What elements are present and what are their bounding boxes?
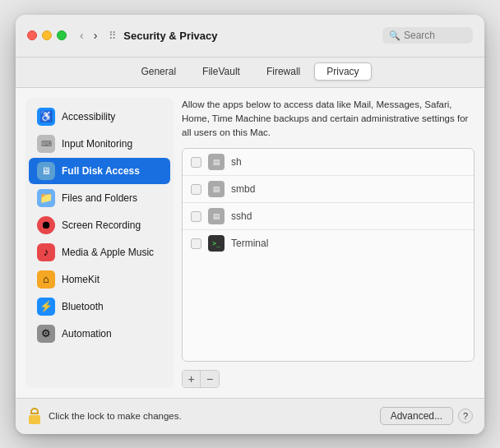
app-icon-terminal: >_ bbox=[208, 235, 225, 252]
accessibility-icon: ♿ bbox=[37, 108, 55, 126]
navigation-arrows: ‹ › bbox=[76, 27, 100, 44]
app-item-sshd: ▤ sshd bbox=[183, 203, 474, 230]
app-icon-sh: ▤ bbox=[208, 154, 225, 170]
bluetooth-icon: ⚡ bbox=[37, 298, 55, 316]
search-icon: 🔍 bbox=[389, 30, 400, 41]
sidebar-item-label: Input Monitoring bbox=[62, 138, 132, 150]
minimize-button[interactable] bbox=[42, 30, 52, 40]
sidebar-item-label: Bluetooth bbox=[62, 301, 104, 312]
help-button[interactable]: ? bbox=[458, 409, 473, 423]
sidebar-item-label: Automation bbox=[62, 328, 112, 339]
apps-list: ▤ sh ▤ smbd ▤ sshd >_ Terminal bbox=[182, 148, 475, 361]
app-item-smbd: ▤ smbd bbox=[183, 176, 474, 203]
sidebar-item-files-folders[interactable]: 📁 Files and Folders bbox=[29, 185, 170, 211]
app-checkbox-smbd[interactable] bbox=[191, 184, 201, 195]
app-icon-smbd: ▤ bbox=[208, 181, 225, 197]
app-name-terminal: Terminal bbox=[231, 238, 268, 249]
media-music-icon: ♪ bbox=[37, 243, 55, 261]
app-checkbox-sshd[interactable] bbox=[191, 211, 201, 222]
sidebar-item-media-music[interactable]: ♪ Media & Apple Music bbox=[29, 239, 170, 266]
screen-recording-icon: ⏺ bbox=[37, 216, 55, 234]
tab-privacy[interactable]: Privacy bbox=[314, 62, 371, 81]
app-item-terminal: >_ Terminal bbox=[183, 230, 474, 256]
input-monitoring-icon: ⌨ bbox=[37, 135, 55, 153]
main-content: ♿ Accessibility ⌨ Input Monitoring 🖥 Ful… bbox=[16, 88, 484, 398]
tab-general[interactable]: General bbox=[128, 62, 188, 81]
sidebar-item-accessibility[interactable]: ♿ Accessibility bbox=[29, 104, 170, 130]
sidebar-item-homekit[interactable]: ⌂ HomeKit bbox=[29, 266, 170, 293]
app-checkbox-terminal[interactable] bbox=[191, 238, 201, 249]
advanced-button[interactable]: Advanced... bbox=[380, 407, 453, 425]
grid-icon[interactable]: ⠿ bbox=[109, 30, 117, 42]
maximize-button[interactable] bbox=[57, 30, 67, 40]
close-button[interactable] bbox=[27, 30, 37, 40]
back-arrow[interactable]: ‹ bbox=[76, 27, 87, 44]
search-input[interactable] bbox=[404, 30, 470, 41]
lock-text: Click the lock to make changes. bbox=[49, 411, 380, 421]
tabs-bar: General FileVault Firewall Privacy bbox=[16, 58, 484, 88]
lock-icon[interactable] bbox=[27, 408, 42, 424]
traffic-lights bbox=[27, 30, 67, 40]
right-panel: Allow the apps below to access data like… bbox=[182, 98, 475, 388]
full-disk-icon: 🖥 bbox=[37, 162, 55, 180]
app-name-sshd: sshd bbox=[231, 210, 252, 222]
forward-arrow[interactable]: › bbox=[90, 27, 101, 44]
automation-icon: ⚙ bbox=[37, 325, 55, 343]
sidebar-item-bluetooth[interactable]: ⚡ Bluetooth bbox=[29, 293, 170, 320]
add-app-button[interactable]: + bbox=[183, 371, 201, 387]
app-item-sh: ▤ sh bbox=[183, 149, 474, 176]
homekit-icon: ⌂ bbox=[37, 270, 55, 289]
sidebar-item-label: Media & Apple Music bbox=[62, 247, 154, 258]
sidebar-item-label: HomeKit bbox=[62, 274, 100, 285]
description-text: Allow the apps below to access data like… bbox=[182, 98, 475, 141]
sidebar-item-label: Accessibility bbox=[62, 111, 115, 122]
sidebar-item-screen-recording[interactable]: ⏺ Screen Recording bbox=[29, 212, 170, 238]
remove-app-button[interactable]: − bbox=[201, 371, 219, 387]
app-name-sh: sh bbox=[231, 156, 242, 168]
add-remove-bar: + − bbox=[182, 370, 220, 388]
app-checkbox-sh[interactable] bbox=[191, 157, 201, 168]
sidebar-item-label: Files and Folders bbox=[62, 192, 137, 204]
tab-filevault[interactable]: FileVault bbox=[190, 62, 252, 81]
tab-firewall[interactable]: Firewall bbox=[254, 62, 312, 81]
sidebar-item-automation[interactable]: ⚙ Automation bbox=[29, 321, 170, 347]
app-name-smbd: smbd bbox=[231, 183, 255, 195]
bottom-bar: Click the lock to make changes. Advanced… bbox=[16, 398, 484, 434]
app-icon-sshd: ▤ bbox=[208, 208, 225, 224]
sidebar-item-label: Screen Recording bbox=[62, 219, 141, 231]
system-preferences-window: ‹ › ⠿ Security & Privacy 🔍 General FileV… bbox=[16, 15, 484, 434]
sidebar: ♿ Accessibility ⌨ Input Monitoring 🖥 Ful… bbox=[25, 98, 174, 388]
window-title: Security & Privacy bbox=[123, 30, 382, 42]
files-folders-icon: 📁 bbox=[37, 189, 55, 207]
search-box[interactable]: 🔍 bbox=[382, 27, 473, 44]
sidebar-item-label: Full Disk Access bbox=[62, 165, 140, 177]
sidebar-item-input-monitoring[interactable]: ⌨ Input Monitoring bbox=[29, 131, 170, 157]
titlebar: ‹ › ⠿ Security & Privacy 🔍 bbox=[16, 15, 484, 58]
sidebar-item-full-disk-access[interactable]: 🖥 Full Disk Access bbox=[29, 158, 170, 184]
